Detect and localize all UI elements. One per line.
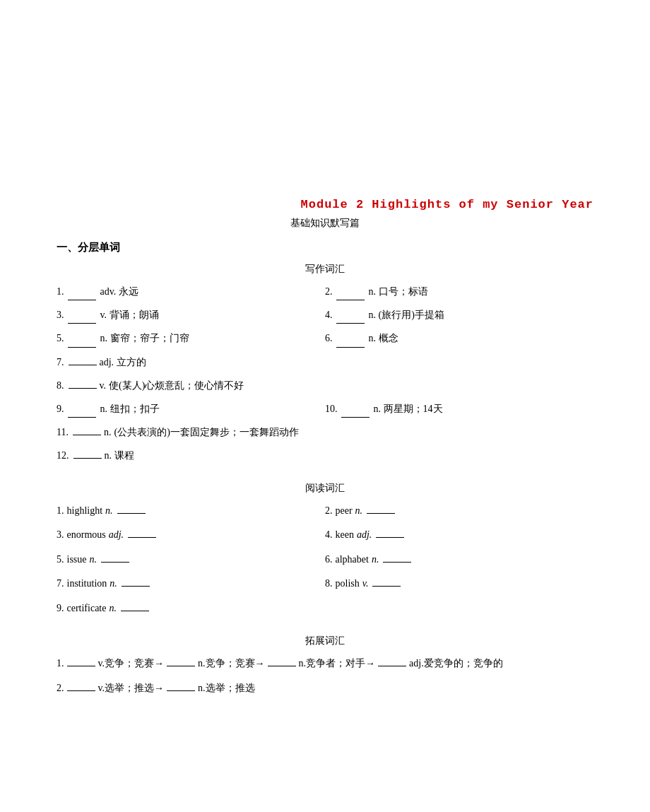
item-meaning: n.竞争；竞赛→ xyxy=(198,654,265,673)
item-word: enormous xyxy=(67,526,106,545)
item-pos: n. xyxy=(105,447,112,464)
item-num: 11. xyxy=(57,423,69,441)
answer-blank[interactable] xyxy=(336,300,365,300)
reading-item-6: 6. alphabet n. xyxy=(325,551,593,570)
answer-blank[interactable] xyxy=(128,537,156,538)
expand-vocab-title: 拓展词汇 xyxy=(57,635,593,647)
expand-row-1: 1. v.竞争；竞赛→ n.竞争；竞赛→ n.竞争者；对手→ adj.爱竞争的；… xyxy=(57,654,593,673)
reading-row-4: 7. institution n. 8. polish v. xyxy=(57,575,593,594)
item-num: 4. xyxy=(325,526,333,545)
item-word: polish xyxy=(336,575,360,594)
reading-item-4: 4. keen adj. xyxy=(325,526,593,545)
subtitle: 基础知识默写篇 xyxy=(57,217,593,230)
reading-item-2: 2. peer n. xyxy=(325,502,593,521)
item-meaning: 概念 xyxy=(379,333,398,343)
answer-blank[interactable] xyxy=(73,458,102,459)
item-meaning: n.竞争者；对手→ xyxy=(299,654,376,673)
reading-item-7: 7. institution n. xyxy=(57,575,325,594)
answer-blank[interactable] xyxy=(268,666,296,666)
writing-item-3: 3. v. 背诵；朗诵 xyxy=(57,306,325,324)
item-num: 7. xyxy=(57,575,64,594)
writing-row-8: 12. n. 课程 xyxy=(57,447,593,464)
reading-row-1: 1. highlight n. 2. peer n. xyxy=(57,502,593,521)
writing-row-3: 5. n. 窗帘；帘子；门帘 6. n. 概念 xyxy=(57,329,593,347)
item-pos: n. xyxy=(110,575,117,594)
item-meaning: 窗帘；帘子；门帘 xyxy=(110,333,189,343)
writing-item-9: 9. n. 纽扣；扣子 xyxy=(57,400,325,418)
answer-blank[interactable] xyxy=(69,365,97,365)
item-num: 4. xyxy=(325,310,333,320)
item-pos: n. xyxy=(104,423,112,441)
item-pos: n. xyxy=(100,404,108,414)
page-container: Module 2 Highlights of my Senior Year 基础… xyxy=(57,28,593,698)
item-num: 7. xyxy=(57,353,64,371)
writing-item-4: 4. n. (旅行用)手提箱 xyxy=(325,306,593,324)
answer-blank[interactable] xyxy=(121,611,149,611)
item-meaning: 立方的 xyxy=(117,353,146,371)
reading-item-empty xyxy=(325,599,593,618)
item-pos: n. xyxy=(369,333,377,343)
reading-row-3: 5. issue n. 6. alphabet n. xyxy=(57,551,593,570)
item-meaning: adj.爱竞争的；竞争的 xyxy=(409,654,503,673)
answer-blank[interactable] xyxy=(68,323,96,324)
answer-blank[interactable] xyxy=(73,435,101,435)
answer-blank[interactable] xyxy=(341,417,370,418)
item-word: certificate xyxy=(67,599,107,618)
answer-blank[interactable] xyxy=(378,666,406,666)
item-word: institution xyxy=(67,575,107,594)
item-num: 2. xyxy=(325,286,333,297)
item-num: 2. xyxy=(57,679,64,698)
answer-blank[interactable] xyxy=(69,388,97,389)
answer-blank[interactable] xyxy=(68,417,96,418)
writing-row-1: 1. adv. 永远 2. n. 口号；标语 xyxy=(57,283,593,300)
item-num: 9. xyxy=(57,599,64,618)
answer-blank[interactable] xyxy=(367,513,395,514)
item-pos: v. xyxy=(100,377,107,394)
item-pos: v. xyxy=(362,575,369,594)
item-pos: adv. xyxy=(100,286,117,297)
item-pos: n. xyxy=(369,286,377,297)
answer-blank[interactable] xyxy=(383,562,411,563)
answer-blank[interactable] xyxy=(167,666,195,666)
item-word: highlight xyxy=(67,502,103,521)
answer-blank[interactable] xyxy=(336,347,365,348)
reading-item-3: 3. enormous adj. xyxy=(57,526,325,545)
writing-item-2: 2. n. 口号；标语 xyxy=(325,283,593,300)
item-pos: n. xyxy=(105,502,113,521)
answer-blank[interactable] xyxy=(122,586,150,587)
item-word: alphabet xyxy=(336,551,369,570)
answer-blank[interactable] xyxy=(67,690,95,691)
item-pos: n. xyxy=(374,404,382,414)
answer-blank[interactable] xyxy=(67,666,95,666)
writing-row-4: 7. adj. 立方的 xyxy=(57,353,593,371)
answer-blank[interactable] xyxy=(117,513,146,514)
item-num: 3. xyxy=(57,310,64,320)
writing-row-2: 3. v. 背诵；朗诵 4. n. (旅行用)手提箱 xyxy=(57,306,593,324)
item-num: 10. xyxy=(325,404,338,414)
reading-item-5: 5. issue n. xyxy=(57,551,325,570)
answer-blank[interactable] xyxy=(372,586,401,587)
reading-item-8: 8. polish v. xyxy=(325,575,593,594)
answer-blank[interactable] xyxy=(167,690,195,691)
item-num: 6. xyxy=(325,551,333,570)
item-pos: n. xyxy=(90,551,98,570)
writing-item-5: 5. n. 窗帘；帘子；门帘 xyxy=(57,329,325,347)
reading-item-9: 9. certificate n. xyxy=(57,599,325,618)
top-spacer xyxy=(57,28,593,198)
reading-row-5: 9. certificate n. xyxy=(57,599,593,618)
item-meaning: v.竞争；竞赛→ xyxy=(98,654,165,673)
answer-blank[interactable] xyxy=(68,347,96,348)
answer-blank[interactable] xyxy=(376,537,404,538)
item-num: 9. xyxy=(57,404,64,414)
answer-blank[interactable] xyxy=(101,562,129,563)
item-meaning: v.选举；推选→ xyxy=(98,679,165,698)
item-meaning: 使(某人)心烦意乱；使心情不好 xyxy=(109,377,244,394)
answer-blank[interactable] xyxy=(336,323,365,324)
item-meaning: 课程 xyxy=(114,447,134,464)
item-meaning: 口号；标语 xyxy=(379,286,428,297)
reading-row-2: 3. enormous adj. 4. keen adj. xyxy=(57,526,593,545)
item-num: 1. xyxy=(57,654,64,673)
writing-item-1: 1. adv. 永远 xyxy=(57,283,325,300)
item-pos: adj. xyxy=(100,353,114,371)
answer-blank[interactable] xyxy=(68,300,96,300)
